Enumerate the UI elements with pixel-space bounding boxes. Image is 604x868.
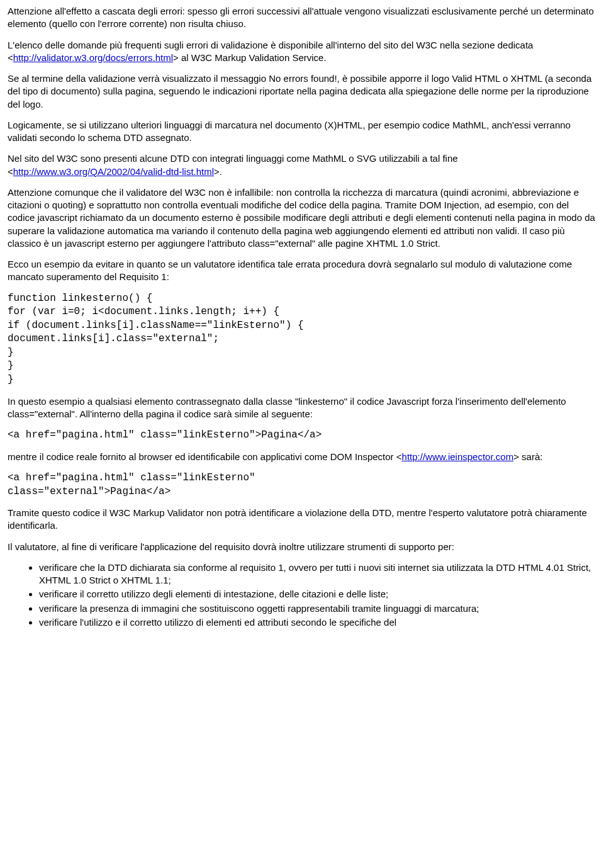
paragraph: In questo esempio a qualsiasi elemento c… bbox=[8, 395, 596, 421]
text: >. bbox=[214, 166, 222, 177]
paragraph: Attenzione all'effetto a cascata degli e… bbox=[8, 5, 596, 31]
list-item: verificare l'utilizzo e il corretto util… bbox=[39, 616, 596, 629]
link-validator-errors[interactable]: http://validator.w3.org/docs/errors.html bbox=[13, 52, 173, 63]
paragraph: Se al termine della validazione verrà vi… bbox=[8, 72, 596, 111]
paragraph: Il valutatore, al fine di verificare l'a… bbox=[8, 541, 596, 553]
code-block: <a href="pagina.html" class="linkEsterno… bbox=[8, 471, 596, 499]
paragraph: L'elenco delle domande più frequenti sug… bbox=[8, 39, 596, 65]
bullet-list: verificare che la DTD dichiarata sia con… bbox=[8, 561, 596, 629]
paragraph: Tramite questo codice il W3C Markup Vali… bbox=[8, 507, 596, 533]
list-item: verificare la presenza di immagini che s… bbox=[39, 602, 596, 615]
text: > al W3C Markup Validation Service. bbox=[173, 52, 327, 63]
text: > sarà: bbox=[513, 451, 542, 462]
link-ieinspector[interactable]: http://www.ieinspector.com bbox=[402, 451, 514, 462]
paragraph: Ecco un esempio da evitare in quanto se … bbox=[8, 258, 596, 284]
text: mentre il codice reale fornito al browse… bbox=[8, 451, 402, 462]
code-block: <a href="pagina.html" class="linkEsterno… bbox=[8, 429, 596, 442]
list-item: verificare il corretto utilizzo degli el… bbox=[39, 588, 596, 600]
link-valid-dtd-list[interactable]: http://www.w3.org/QA/2002/04/valid-dtd-l… bbox=[13, 166, 214, 177]
paragraph: Nel sito del W3C sono presenti alcune DT… bbox=[8, 152, 596, 178]
paragraph: Logicamente, se si utilizzano ulteriori … bbox=[8, 119, 596, 145]
paragraph: Attenzione comunque che il validatore de… bbox=[8, 186, 596, 250]
list-item: verificare che la DTD dichiarata sia con… bbox=[39, 561, 596, 587]
code-block: function linkesterno() { for (var i=0; i… bbox=[8, 292, 596, 387]
paragraph: mentre il codice reale fornito al browse… bbox=[8, 451, 596, 463]
